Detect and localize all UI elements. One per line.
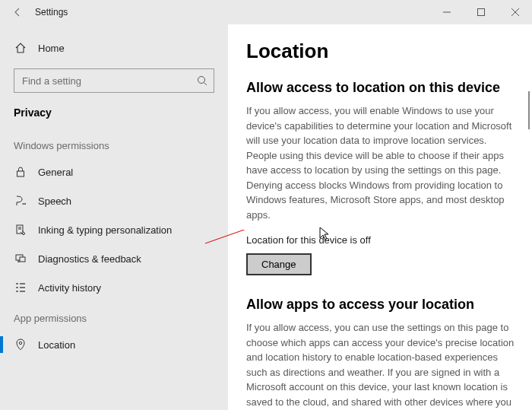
close-icon	[511, 8, 519, 16]
search-box[interactable]	[14, 68, 214, 93]
svg-rect-1	[477, 9, 484, 16]
section-body-device-access: If you allow access, you will enable Win…	[246, 103, 515, 222]
sidebar-item-general[interactable]: General	[0, 157, 228, 186]
scrollbar[interactable]	[528, 91, 530, 129]
sidebar-item-diagnostics[interactable]: Diagnostics & feedback	[0, 244, 228, 273]
search-icon	[197, 75, 207, 86]
sidebar-item-label: Activity history	[38, 282, 101, 294]
back-button[interactable]	[6, 0, 29, 24]
section-title-device-access: Allow access to location on this device	[246, 80, 515, 96]
lock-icon	[14, 165, 27, 179]
svg-point-8	[24, 203, 26, 205]
sidebar-item-label: Home	[38, 43, 65, 54]
sidebar-item-inking[interactable]: Inking & typing personalization	[0, 215, 228, 244]
activity-icon	[14, 281, 27, 294]
sidebar-item-label: General	[38, 167, 73, 178]
sidebar-section-windows: Windows permissions	[0, 129, 228, 157]
page-title: Location	[246, 40, 515, 63]
change-button[interactable]: Change	[246, 253, 312, 275]
svg-line-5	[204, 83, 207, 86]
location-icon	[14, 338, 27, 351]
home-icon	[14, 41, 27, 55]
sidebar-item-label: Speech	[38, 195, 71, 207]
svg-rect-13	[20, 257, 25, 262]
sidebar-current-page: Privacy	[0, 100, 228, 129]
svg-rect-6	[17, 171, 24, 176]
close-button[interactable]	[498, 0, 532, 24]
content-pane[interactable]: Location Allow access to location on thi…	[228, 24, 532, 410]
maximize-icon	[477, 8, 485, 16]
titlebar: Settings	[0, 0, 532, 24]
svg-point-4	[198, 77, 205, 84]
minimize-button[interactable]	[429, 0, 464, 24]
window-title: Settings	[35, 7, 68, 17]
section-body-app-access: If you allow access, you can use the set…	[246, 320, 515, 410]
section-title-app-access: Allow apps to access your location	[246, 297, 515, 313]
sidebar-item-label: Inking & typing personalization	[38, 224, 172, 236]
minimize-icon	[443, 8, 451, 16]
sidebar-item-activity[interactable]: Activity history	[0, 273, 228, 302]
speech-icon	[14, 194, 27, 208]
svg-point-7	[23, 203, 24, 205]
sidebar-item-label: Diagnostics & feedback	[38, 253, 141, 265]
back-arrow-icon	[12, 7, 23, 17]
maximize-button[interactable]	[464, 0, 498, 24]
sidebar-item-label: Location	[38, 339, 75, 351]
inking-icon	[14, 223, 27, 237]
sidebar-item-location[interactable]: Location	[0, 330, 228, 359]
location-device-status: Location for this device is off	[246, 234, 515, 246]
sidebar: Home Privacy Windows permissions General…	[0, 24, 228, 410]
window-controls	[429, 0, 532, 24]
search-input[interactable]	[21, 75, 197, 87]
svg-point-20	[19, 342, 21, 344]
sidebar-section-app: App permissions	[0, 302, 228, 330]
sidebar-item-home[interactable]: Home	[0, 33, 228, 62]
feedback-icon	[14, 252, 27, 265]
sidebar-item-speech[interactable]: Speech	[0, 186, 228, 215]
